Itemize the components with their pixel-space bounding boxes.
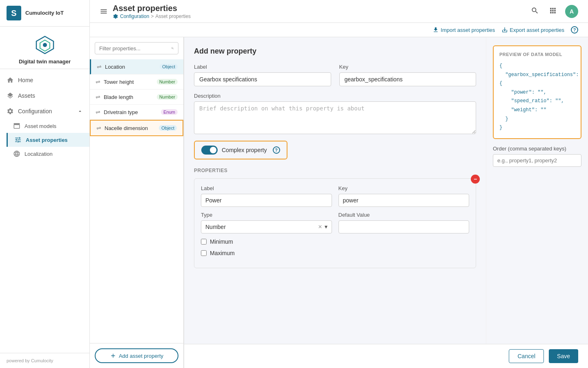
apps-button[interactable] [547,5,559,18]
box-icon [13,122,20,130]
sub-key-input[interactable] [339,194,470,207]
sidebar-item-assets-label: Assets [18,92,35,99]
sub-default-input[interactable] [339,220,470,233]
search-box [95,42,178,54]
list-item[interactable]: ⇌ Tower height Number [90,74,183,90]
remove-property-button[interactable]: − [471,175,480,184]
sidebar-item-asset-properties[interactable]: Asset properties [7,133,89,147]
sidebar-item-asset-models-label: Asset models [24,123,56,129]
action-bar: Import asset properties Export asset pro… [90,23,588,37]
breadcrumb-settings-icon [113,13,118,19]
sub-default-group: Default Value [339,212,470,233]
toggle-thumb [210,147,216,153]
topbar-actions: A [529,5,578,18]
search-icon [531,7,539,15]
list-item[interactable]: ⇌ Location Object [90,59,183,74]
sub-default-label: Default Value [339,212,470,218]
property-icon: ⇌ [96,79,100,85]
import-icon [432,27,439,33]
add-asset-property-button[interactable]: Add asset property [95,348,178,363]
description-input[interactable] [194,101,476,134]
complex-toggle[interactable] [201,146,218,155]
sidebar: S Cumulocity IoT Digital twin manager Ho… [0,0,90,368]
type-select[interactable]: Number String Boolean Enum Date [201,220,332,233]
breadcrumb: Configuration > Asset properties [113,13,524,19]
type-badge: Enum [161,109,178,115]
maximum-label: Maximum [210,250,235,256]
complex-property-label: Complex property [222,147,267,153]
select-clear-icon[interactable]: × [318,223,322,231]
import-link[interactable]: Import asset properties [432,27,495,33]
layers-icon [7,92,14,99]
export-icon [501,27,508,33]
form-title: Add new property [194,47,476,56]
form-area: Add new property Label Key [184,37,486,344]
type-badge: Number [157,94,178,100]
props-footer: Add asset property [90,343,183,368]
minimum-checkbox-row: Minimum [201,238,469,245]
main-area: Asset properties Configuration > Asset p… [90,0,588,368]
save-button[interactable]: Save [549,349,578,363]
order-input[interactable] [493,154,581,167]
bottom-action-bar: Cancel Save [184,344,588,368]
brand-section: Digital twin manager [0,27,89,69]
search-button[interactable] [529,5,541,18]
split-view: ⇌ Location Object ⇌ Tower height Number [90,37,588,368]
complex-help-icon[interactable]: ? [273,146,280,154]
property-icon: ⇌ [96,109,100,115]
sub-type-group: Type Number String Boolean Enum Date [201,212,332,233]
sidebar-item-configuration[interactable]: Configuration [0,103,89,119]
sub-label-input[interactable] [201,194,332,207]
sidebar-item-home-label: Home [18,77,33,83]
sidebar-item-home[interactable]: Home [0,72,89,88]
preview-code: { "gearbox_specifications": { "power": "… [499,62,575,132]
menu-icon[interactable] [100,7,108,16]
title-area: Asset properties Configuration > Asset p… [113,4,524,19]
sidebar-item-localization-label: Localization [24,151,53,157]
globe-icon [13,150,20,157]
type-badge: Object [159,125,177,131]
label-input[interactable] [194,72,331,86]
sidebar-footer: powered by Cumulocity [0,353,89,368]
sidebar-item-configuration-label: Configuration [18,108,52,114]
cancel-button[interactable]: Cancel [509,349,544,363]
sidebar-item-asset-models[interactable]: Asset models [7,119,89,133]
properties-panel: ⇌ Location Object ⇌ Tower height Number [90,37,184,368]
user-avatar[interactable]: A [565,5,578,18]
preview-box: PREVIEW OF DATA MODEL { "gearbox_specifi… [493,45,581,139]
topbar: Asset properties Configuration > Asset p… [90,0,588,23]
properties-section-title: PROPERTIES [194,168,476,173]
settings-icon [7,108,14,115]
key-input[interactable] [339,72,477,86]
sidebar-item-asset-properties-label: Asset properties [26,137,68,143]
label-key-row: Label Key [194,64,476,86]
sidebar-sub-nav: Asset models Asset properties Localizati… [0,119,89,161]
search-input[interactable] [99,45,168,52]
preview-title: PREVIEW OF DATA MODEL [499,52,575,57]
type-badge: Number [157,79,178,85]
property-icon: ⇌ [96,125,101,131]
sidebar-item-assets[interactable]: Assets [0,88,89,103]
description-group: Description [194,93,476,134]
properties-section: PROPERTIES − Label Key [194,168,476,268]
home-icon [7,76,14,84]
key-field-label: Key [339,64,477,70]
list-item[interactable]: ⇌ Blade length Number [90,90,183,105]
export-link[interactable]: Export asset properties [501,27,564,33]
search-icon-small [171,45,174,52]
description-label: Description [194,93,476,99]
logo-icon: S [7,6,21,20]
app-logo: S Cumulocity IoT [0,0,89,27]
list-item[interactable]: ⇌ Nacelle dimension Object [90,120,183,136]
apps-icon [549,7,557,15]
sidebar-item-localization[interactable]: Localization [7,147,89,161]
minimum-checkbox[interactable] [201,239,207,245]
breadcrumb-config-link[interactable]: Configuration [120,13,149,19]
order-section: Order (comma separated keys) [493,146,581,167]
list-item[interactable]: ⇌ Drivetrain type Enum [90,105,183,120]
maximum-checkbox[interactable] [201,250,207,256]
help-button[interactable]: ? [571,26,578,34]
search-area [90,37,183,59]
sub-label-group: Label [201,185,332,207]
brand-name: Digital twin manager [19,58,71,65]
